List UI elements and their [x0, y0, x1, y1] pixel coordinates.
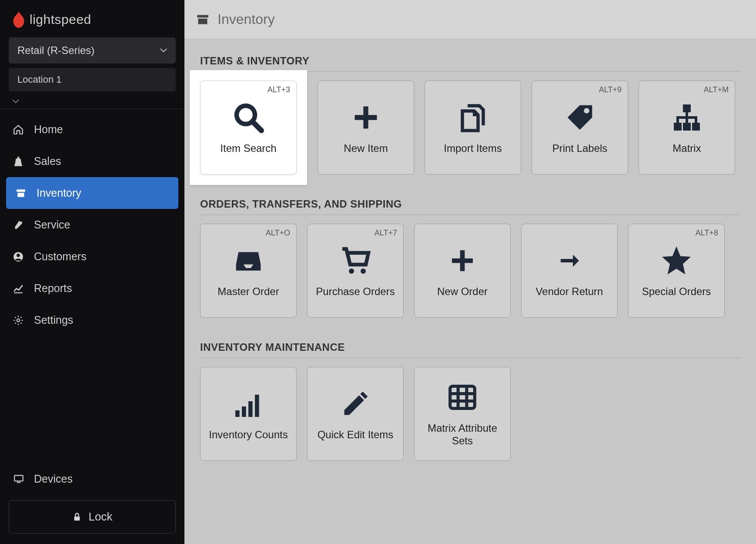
svg-rect-17 [692, 123, 700, 131]
svg-rect-23 [255, 395, 259, 417]
inbox-icon [231, 244, 265, 278]
page-header: Inventory [184, 0, 756, 39]
archive-icon [15, 187, 27, 199]
svg-rect-14 [683, 104, 691, 112]
series-selector[interactable]: Retail (R-Series) [9, 37, 176, 64]
nav-item-devices[interactable]: Devices [9, 464, 176, 494]
nav-label: Reports [34, 282, 72, 295]
nav-label: Inventory [37, 187, 81, 199]
brand-name: lightspeed [30, 12, 91, 27]
tile-shortcut: ALT+7 [375, 228, 397, 238]
tile-label: Special Orders [638, 285, 716, 298]
tile-new-item[interactable]: New Item [318, 81, 414, 175]
svg-point-19 [361, 269, 366, 274]
tile-shortcut: ALT+9 [599, 85, 622, 94]
svg-rect-16 [683, 123, 691, 131]
section-title-orders: ORDERS, TRANSFERS, AND SHIPPING [200, 198, 740, 210]
tag-icon [563, 101, 597, 134]
tile-vendor-return[interactable]: Vendor Return [521, 224, 618, 318]
nav-label: Service [34, 218, 70, 231]
location-selector[interactable]: Location 1 [9, 68, 176, 91]
collapse-toggle[interactable] [0, 91, 184, 109]
register-icon [12, 155, 24, 168]
pencil-icon [338, 387, 372, 421]
tile-shortcut: ALT+M [704, 85, 729, 94]
svg-rect-10 [198, 18, 207, 24]
nav-label: Customers [34, 250, 87, 263]
user-icon [12, 251, 24, 263]
nav-label: Home [34, 123, 63, 136]
plus-icon [445, 244, 479, 278]
tile-matrix-sets[interactable]: Matrix Attribute Sets [414, 367, 511, 461]
cart-icon [338, 244, 372, 278]
nav-item-reports[interactable]: Reports [0, 272, 184, 304]
tile-inventory-counts[interactable]: Inventory Counts [200, 367, 297, 461]
svg-rect-22 [248, 401, 253, 417]
svg-rect-21 [242, 406, 246, 417]
tile-item-search[interactable]: ALT+3 Item Search [200, 81, 297, 175]
svg-rect-9 [197, 15, 208, 17]
gear-icon [12, 314, 24, 326]
tile-label: Matrix [668, 142, 705, 155]
svg-rect-20 [235, 410, 240, 417]
nav-item-service[interactable]: Service [0, 209, 184, 241]
tile-master-order[interactable]: ALT+O Master Order [200, 224, 297, 318]
section-title-items: ITEMS & INVENTORY [200, 55, 740, 67]
tile-label: Item Search [216, 142, 281, 155]
tile-shortcut: ALT+O [266, 228, 290, 238]
location-label: Location 1 [17, 74, 62, 85]
star-icon [659, 244, 693, 278]
section-title-maintenance: INVENTORY MAINTENANCE [200, 341, 740, 353]
nav-item-home[interactable]: Home [0, 114, 184, 145]
nav-label: Settings [34, 314, 73, 326]
svg-point-5 [17, 319, 20, 322]
nav-item-sales[interactable]: Sales [0, 145, 184, 177]
svg-rect-0 [17, 189, 25, 191]
tile-label: Matrix Attribute Sets [415, 422, 510, 447]
tile-row-orders: ALT+O Master Order ALT+7 Purchase Orders [200, 224, 740, 318]
tile-matrix[interactable]: ALT+M Matrix [639, 81, 735, 175]
svg-rect-7 [17, 482, 21, 483]
tile-label: New Order [433, 285, 492, 298]
tile-shortcut: ALT+3 [268, 85, 290, 94]
plus-icon [349, 101, 383, 134]
svg-rect-15 [674, 123, 682, 131]
tile-label: Print Labels [548, 142, 612, 155]
svg-rect-8 [74, 517, 80, 520]
tile-shortcut: ALT+8 [696, 228, 718, 238]
tile-purchase-orders[interactable]: ALT+7 Purchase Orders [307, 224, 404, 318]
nav-item-inventory[interactable]: Inventory [6, 177, 178, 209]
svg-rect-6 [14, 475, 23, 481]
tile-print-labels[interactable]: ALT+9 Print Labels [532, 81, 628, 175]
archive-icon [197, 14, 209, 25]
svg-rect-24 [450, 386, 475, 409]
tile-special-orders[interactable]: ALT+8 Special Orders [628, 224, 725, 318]
sidebar: lightspeed Retail (R-Series) Location 1 … [0, 0, 184, 544]
copy-icon [456, 101, 490, 134]
tile-label: Import Items [439, 142, 506, 155]
chart-icon [12, 282, 24, 295]
tile-import-items[interactable]: Import Items [425, 81, 521, 175]
tile-label: Inventory Counts [204, 429, 292, 441]
arrow-right-icon [552, 244, 586, 278]
search-icon [231, 101, 265, 134]
svg-point-13 [584, 108, 589, 113]
tile-new-order[interactable]: New Order [414, 224, 511, 318]
page-title: Inventory [217, 11, 275, 27]
nav-item-settings[interactable]: Settings [0, 304, 184, 336]
sidebar-nav: Home Sales Inventory Service [0, 109, 184, 336]
home-icon [12, 124, 24, 136]
tile-row-maintenance: Inventory Counts Quick Edit Items Matrix… [200, 367, 740, 461]
svg-point-3 [17, 253, 20, 257]
nav-item-customers[interactable]: Customers [0, 241, 184, 272]
svg-rect-1 [17, 192, 24, 197]
tile-label: Purchase Orders [311, 285, 399, 298]
tile-quick-edit[interactable]: Quick Edit Items [307, 367, 404, 461]
brand-logo: lightspeed [0, 0, 184, 37]
svg-line-12 [252, 121, 261, 131]
flame-icon [12, 11, 25, 28]
barchart-icon [231, 387, 265, 421]
svg-point-18 [349, 269, 354, 274]
lock-label: Lock [89, 510, 113, 524]
lock-button[interactable]: Lock [9, 500, 176, 534]
